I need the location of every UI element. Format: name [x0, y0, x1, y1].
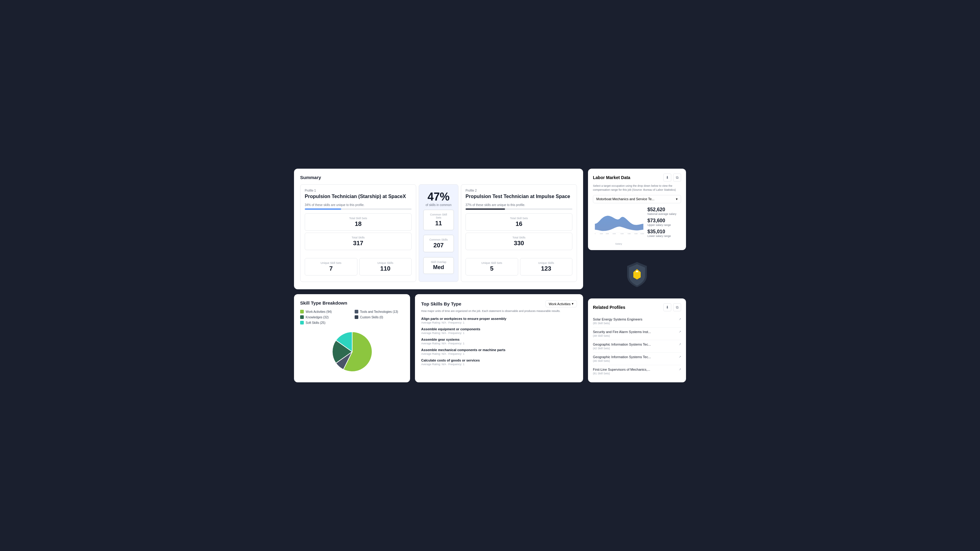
salary-chart-container: 0 10,000 25,000 40,000 60,000 75,000 90,… [593, 207, 644, 245]
national-avg-value: $52,620 [648, 207, 681, 213]
skill-breakdown-card: Skill Type Breakdown Work Activities (94… [294, 294, 410, 382]
skill-name: Assemble equipment or components [421, 327, 577, 331]
svg-text:0: 0 [595, 233, 595, 235]
related-item-name: First-Line Supervisors of Mechanics,... [593, 368, 650, 371]
external-link-icon: ↗ [679, 318, 681, 321]
related-item-name: Security and Fire Alarm Systems Inst... [593, 330, 651, 333]
svg-text:10,000: 10,000 [600, 233, 603, 235]
related-item-count: (48 Skill Sets) [593, 334, 651, 337]
skills-type-dropdown[interactable]: Work Activities ▾ [546, 300, 577, 307]
profile1-box: Profile 1 Propulsion Technician (Starshi… [300, 184, 416, 282]
profile2-total-skill-sets: Total Skill Sets 16 [466, 213, 573, 231]
center-common-skills: Common Skills 207 [423, 235, 454, 252]
legend-item: Tools and Technologies (13) [355, 310, 404, 313]
summary-title: Summary [300, 175, 577, 180]
related-item-count: (81 Skill Sets) [593, 372, 650, 375]
skill-breakdown-title: Skill Type Breakdown [300, 300, 404, 305]
skill-legend-grid: Work Activities (94) Tools and Technolog… [300, 310, 404, 324]
legend-dot [300, 321, 304, 324]
profile2-unique-skill-sets: Unique Skill Sets 5 [466, 258, 518, 275]
profile1-unique-skill-sets: Unique Skill Sets 7 [305, 258, 357, 275]
labor-market-card: Labor Market Data ⬇ ⧉ Select a target oc… [588, 169, 686, 250]
legend-dot [355, 310, 358, 313]
profile1-total-skill-sets-value: 18 [308, 221, 408, 227]
related-profiles-card: Related Profiles ⬇ ⧉ Solar Energy System… [588, 299, 686, 382]
svg-text:110,000: 110,000 [640, 233, 644, 235]
related-actions: ⬇ ⧉ [663, 303, 681, 311]
profile2-total-skills: Total Skills 330 [466, 233, 573, 250]
skill-name: Assemble mechanical components or machin… [421, 348, 577, 352]
skills-desc: How major units of time are organized on… [421, 309, 577, 313]
top-skills-card: Top Skills By Type Work Activities ▾ How… [415, 294, 583, 382]
chevron-down-icon: ▾ [676, 197, 678, 201]
profile2-name: Propulsion Test Technician at Impulse Sp… [466, 194, 573, 199]
center-common-skills-value: 207 [428, 242, 449, 249]
skill-meta: Average Rating: N/A · Frequency: 1 [421, 353, 577, 356]
center-skill-overlap-label: Skill Overlap [428, 260, 449, 264]
summary-card: Summary Profile 1 Propulsion Technician … [294, 169, 583, 289]
upper-range: $73,600 Upper salary range [648, 218, 681, 227]
legend-dot [355, 315, 358, 319]
pie-chart-area [300, 329, 404, 375]
legend-item: Soft Skills (25) [300, 321, 350, 324]
svg-text:40,000: 40,000 [613, 233, 616, 235]
profile1-unique-skills-label: Unique Skills [363, 261, 409, 265]
salary-chart-svg: 0 10,000 25,000 40,000 60,000 75,000 90,… [593, 207, 644, 241]
profile2-total-skills-value: 330 [469, 240, 569, 247]
profile1-unique-skills-value: 110 [363, 265, 409, 272]
legend-label: Custom Skills (0) [360, 316, 383, 319]
legend-label: Soft Skills (25) [305, 321, 325, 324]
labor-dropdown[interactable]: Motorboat Mechanics and Service Te... ▾ [593, 195, 681, 203]
center-common-skill-sets-value: 11 [428, 220, 449, 227]
bottom-left: Skill Type Breakdown Work Activities (94… [294, 294, 583, 382]
svg-text:25,000: 25,000 [606, 233, 609, 235]
profile2-progress-fill [466, 208, 505, 210]
labor-copy-btn[interactable]: ⧉ [673, 173, 681, 181]
profile1-label: Profile 1 [305, 189, 412, 192]
skill-name: Assemble gear systems [421, 338, 577, 341]
lower-range-value: $35,010 [648, 229, 681, 235]
profile2-total-skill-sets-label: Total Skill Sets [469, 217, 569, 220]
related-item[interactable]: Geographic Information Systems Tec... (4… [593, 340, 681, 353]
related-item[interactable]: First-Line Supervisors of Mechanics,... … [593, 365, 681, 378]
related-header: Related Profiles ⬇ ⧉ [593, 303, 681, 311]
labor-download-btn[interactable]: ⬇ [663, 173, 671, 181]
profile2-total-skill-sets-value: 16 [469, 221, 569, 227]
skill-meta: Average Rating: N/A · Frequency: 1 [421, 363, 577, 366]
profile1-unique-skills: Unique Skills 110 [359, 258, 412, 275]
related-item-name: Geographic Information Systems Tec... [593, 343, 651, 346]
logo-area [588, 254, 686, 294]
salary-axis-label: Salary [593, 243, 644, 245]
legend-dot [300, 310, 304, 313]
salary-display: 0 10,000 25,000 40,000 60,000 75,000 90,… [593, 207, 681, 245]
national-avg: $52,620 National average salary [648, 207, 681, 216]
profile1-total-skill-sets-label: Total Skill Sets [308, 217, 408, 220]
related-copy-btn[interactable]: ⧉ [673, 303, 681, 311]
legend-item: Knowledges (32) [300, 315, 350, 319]
related-items-list: Solar Energy Systems Engineers (85 Skill… [593, 315, 681, 378]
labor-header: Labor Market Data ⬇ ⧉ [593, 173, 681, 181]
legend-label: Work Activities (94) [305, 310, 332, 313]
skills-list: Align parts or workpieces to ensure prop… [421, 317, 577, 366]
salary-values: $52,620 National average salary $73,600 … [648, 207, 681, 238]
lower-range-label: Lower salary range [648, 235, 681, 238]
related-download-btn[interactable]: ⬇ [663, 303, 671, 311]
svg-text:75,000: 75,000 [627, 233, 630, 235]
skill-name: Calculate costs of goods or services [421, 359, 577, 362]
related-item[interactable]: Geographic Information Systems Tec... (4… [593, 353, 681, 365]
center-percent-sub: of skills in common [426, 203, 452, 206]
related-item[interactable]: Security and Fire Alarm Systems Inst... … [593, 327, 681, 340]
profile2-progress-bar [466, 208, 573, 210]
related-title: Related Profiles [593, 305, 625, 310]
svg-text:60,000: 60,000 [620, 233, 624, 235]
center-common-skills-label: Common Skills [428, 238, 449, 241]
profile1-unique-row: Unique Skill Sets 7 Unique Skills 110 [305, 258, 412, 277]
legend-item: Work Activities (94) [300, 310, 350, 313]
related-item[interactable]: Solar Energy Systems Engineers (85 Skill… [593, 315, 681, 327]
lower-range: $35,010 Lower salary range [648, 229, 681, 238]
profile1-total-skill-sets: Total Skill Sets 18 [305, 213, 412, 231]
upper-range-value: $73,600 [648, 218, 681, 224]
skills-header: Top Skills By Type Work Activities ▾ [421, 300, 577, 307]
profile2-box: Profile 2 Propulsion Test Technician at … [461, 184, 577, 282]
profile1-total-skills-value: 317 [308, 240, 408, 247]
